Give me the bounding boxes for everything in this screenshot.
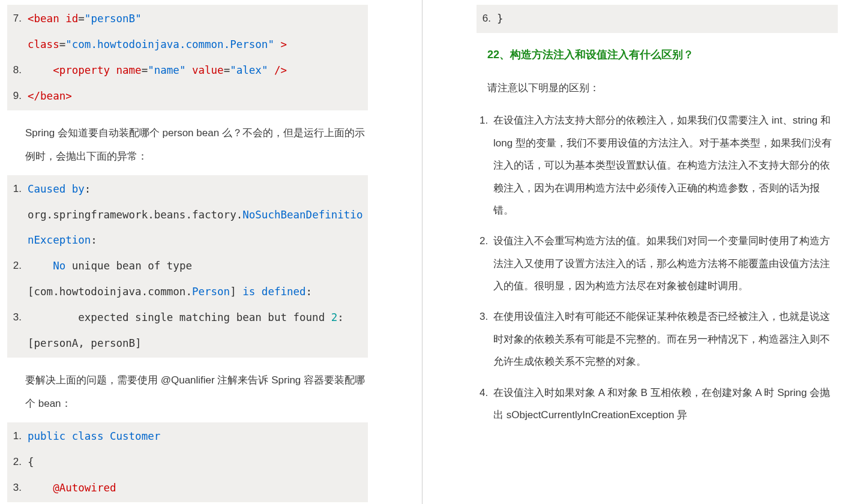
code-content: class="com.howtodoinjava.common.Person" … bbox=[28, 32, 368, 58]
code-content: <bean id="personB" bbox=[28, 6, 368, 32]
line-number: 2. bbox=[10, 253, 28, 278]
line-number: 1. bbox=[10, 424, 28, 449]
code-content: [com.howtodoinjava.common.Person] is def… bbox=[28, 279, 368, 305]
code-block-customer: 1.public class Customer 2.{ 3. @Autowire… bbox=[7, 422, 368, 502]
line-number: 6. bbox=[479, 6, 497, 31]
code-content: [personA, personB] bbox=[28, 331, 368, 356]
code-block-exception: 1.Caused by: org.springframework.beans.f… bbox=[7, 175, 368, 358]
line-number: 2. bbox=[10, 449, 28, 475]
code-block-closing-brace: 6.} bbox=[477, 5, 838, 33]
line-number: 8. bbox=[10, 58, 28, 83]
list-item: 在设值注入方法支持大部分的依赖注入，如果我们仅需要注入 int、string 和… bbox=[491, 109, 838, 221]
line-number: 3. bbox=[10, 305, 28, 330]
line-number: 1. bbox=[10, 176, 28, 202]
paragraph-autowire-question: Spring 会知道要自动装配哪个 person bean 么？不会的，但是运行… bbox=[25, 121, 368, 168]
line-number: 3. bbox=[10, 475, 28, 500]
paragraph-qualifier-solution: 要解决上面的问题，需要使用 @Quanlifier 注解来告诉 Spring 容… bbox=[25, 368, 368, 415]
list-item: 在设值注入时如果对象 A 和对象 B 互相依赖，在创建对象 A 时 Spring… bbox=[491, 382, 838, 427]
code-content: No unique bean of type bbox=[28, 253, 368, 279]
code-content: Caused by: bbox=[28, 176, 368, 202]
code-content: <property name="name" value="alex" /> bbox=[28, 58, 368, 83]
code-content: @Autowired bbox=[28, 475, 368, 501]
code-block-bean: 7.<bean id="personB" class="com.howtodoi… bbox=[7, 5, 368, 110]
list-item: 设值注入不会重写构造方法的值。如果我们对同一个变量同时使用了构造方法注入又使用了… bbox=[491, 230, 838, 297]
code-content: } bbox=[497, 6, 838, 32]
code-content: public class Customer bbox=[28, 424, 368, 449]
ordered-list-differences: 在设值注入方法支持大部分的依赖注入，如果我们仅需要注入 int、string 和… bbox=[491, 109, 838, 426]
line-number: 7. bbox=[10, 6, 28, 31]
code-content: { bbox=[28, 449, 368, 475]
code-content: expected single matching bean but found … bbox=[28, 305, 368, 331]
code-content: </bean> bbox=[28, 83, 368, 109]
paragraph-intro-differences: 请注意以下明显的区别： bbox=[487, 77, 838, 99]
section-heading-22: 22、构造方法注入和设值注入有什么区别？ bbox=[487, 44, 838, 67]
code-content: org.springframework.beans.factory.NoSuch… bbox=[28, 202, 368, 254]
list-item: 在使用设值注入时有可能还不能保证某种依赖是否已经被注入，也就是说这时对象的依赖关… bbox=[491, 305, 838, 373]
line-number: 9. bbox=[10, 83, 28, 109]
